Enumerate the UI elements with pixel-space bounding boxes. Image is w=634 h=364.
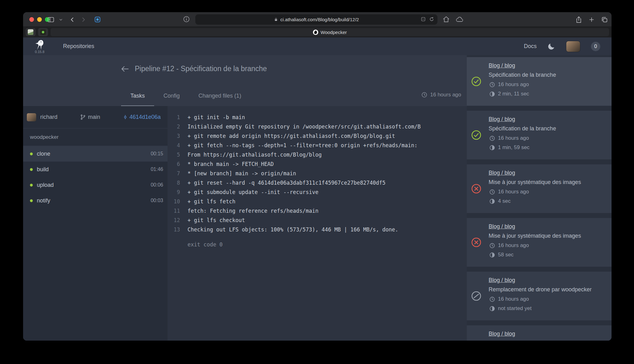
step-name: notify <box>37 197 147 204</box>
extension-icon[interactable] <box>94 16 101 23</box>
exit-code: exit code 0 <box>168 240 467 249</box>
duration-icon <box>489 306 495 312</box>
reload-icon[interactable] <box>429 17 434 22</box>
card-duration-row: 4 sec <box>489 198 607 204</box>
step-success-dot-icon <box>30 199 33 202</box>
minimize-window-button[interactable] <box>37 17 42 22</box>
repo-link[interactable]: Blog / blog <box>489 223 515 230</box>
tab-changed-files[interactable]: Changed files (1) <box>189 93 251 106</box>
dark-mode-moon-icon[interactable] <box>547 42 555 51</box>
clock-icon <box>489 296 495 302</box>
address-bar[interactable]: ci.athaliasoft.com/Blog/blog/build/12/2 <box>195 14 437 25</box>
chevron-down-icon[interactable] <box>59 18 63 22</box>
browser-toolbar: ci.athaliasoft.com/Blog/blog/build/12/2 <box>23 12 612 27</box>
card-duration-text: 58 sec <box>498 252 514 258</box>
woodpecker-logo-icon <box>34 39 46 51</box>
notification-badge[interactable]: 0 <box>591 42 600 51</box>
tab-overview-icon[interactable] <box>601 16 608 23</box>
address-bar-icons <box>421 17 434 22</box>
pipeline-card[interactable]: Blog / blog Spécification de la branche … <box>467 111 612 159</box>
log-line: 12+ git lfs checkout <box>168 216 467 225</box>
pinned-tab-2[interactable] <box>38 28 48 36</box>
window-controls <box>29 17 50 22</box>
duration-icon <box>489 198 495 204</box>
step-build[interactable]: build 01:46 <box>23 162 168 177</box>
status-success-icon <box>471 76 481 87</box>
log-line: 7* [new branch] main -> origin/main <box>168 169 467 178</box>
pipeline-card[interactable]: Blog / blog Mise à jour systématique des… <box>467 325 612 341</box>
card-duration-text: 1 min, 59 sec <box>498 144 529 151</box>
woodpecker-app: 0.15.8 Repositories Docs 0 <box>23 37 612 341</box>
repo-link[interactable]: Blog / blog <box>489 169 515 176</box>
clock-icon <box>421 92 427 98</box>
tab-tasks[interactable]: Tasks <box>121 93 154 106</box>
cloud-icon[interactable] <box>456 16 464 23</box>
workflow-group-label: woodpecker <box>23 129 168 146</box>
new-tab-icon[interactable] <box>588 17 595 23</box>
step-upload[interactable]: upload 00:06 <box>23 177 168 193</box>
step-clone[interactable]: clone 00:15 <box>23 146 168 162</box>
card-time-text: 16 hours ago <box>498 189 529 195</box>
woodpecker-logo[interactable]: 0.15.8 <box>34 39 46 54</box>
repo-link[interactable]: Blog / blog <box>489 62 515 69</box>
commit-message: Mise à jour systématique des images <box>489 340 607 341</box>
content-blocker-icon[interactable] <box>421 17 426 22</box>
toolbar-right-cluster <box>575 12 608 27</box>
card-duration-text: not started yet <box>498 305 532 312</box>
log-output[interactable]: 1+ git init -b main 2Initialized empty G… <box>168 106 467 341</box>
duration-icon <box>489 252 495 258</box>
card-duration-text: 4 sec <box>498 198 511 204</box>
lock-icon <box>274 17 278 22</box>
step-notify[interactable]: notify 00:03 <box>23 193 168 208</box>
woodpecker-favicon-icon <box>313 30 318 35</box>
pipeline-card[interactable]: Blog / blog Remplacement de drone par wo… <box>467 272 612 320</box>
pipeline-branch: main <box>80 114 100 120</box>
active-tab[interactable]: Woodpecker <box>51 28 609 36</box>
close-window-button[interactable] <box>29 17 34 22</box>
repo-link[interactable]: Blog / blog <box>489 330 515 337</box>
nav-repositories[interactable]: Repositories <box>63 43 94 50</box>
browser-window: ci.athaliasoft.com/Blog/blog/build/12/2 <box>23 12 612 341</box>
pinned-tab-1[interactable] <box>26 28 36 36</box>
step-time: 00:15 <box>151 151 163 157</box>
sidebar-toggle-icon[interactable] <box>47 17 54 23</box>
repo-link[interactable]: Blog / blog <box>489 277 515 284</box>
page-info-icon[interactable] <box>183 16 190 23</box>
author-avatar <box>27 113 36 121</box>
pipeline-card[interactable]: Blog / blog Mise à jour systématique des… <box>467 218 612 267</box>
pipeline-card[interactable]: Blog / blog Spécification de la branche … <box>467 57 612 106</box>
step-time: 01:46 <box>151 167 163 172</box>
pipeline-card[interactable]: Blog / blog Mise à jour systématique des… <box>467 164 612 213</box>
tab-config[interactable]: Config <box>154 93 189 106</box>
nav-docs[interactable]: Docs <box>524 43 537 50</box>
card-time-text: 16 hours ago <box>498 296 529 302</box>
home-icon[interactable] <box>442 16 450 23</box>
forward-icon[interactable] <box>80 17 86 23</box>
toolbar-nav-cluster <box>47 12 101 27</box>
card-time-row: 16 hours ago <box>489 135 607 141</box>
pipelines-sidebar[interactable]: Blog / blog Spécification de la branche … <box>467 55 612 341</box>
step-success-dot-icon <box>30 153 33 155</box>
card-time-text: 16 hours ago <box>498 242 529 249</box>
step-time: 00:06 <box>151 182 163 188</box>
pinned-tab-1-favicon-icon <box>28 29 33 35</box>
card-duration-row: 58 sec <box>489 252 607 258</box>
commit-link[interactable]: 4614d1e06a <box>123 114 161 120</box>
back-icon[interactable] <box>69 17 76 23</box>
branch-icon <box>80 114 86 120</box>
log-line: 1+ git init -b main <box>168 113 467 122</box>
repo-link[interactable]: Blog / blog <box>489 116 515 123</box>
url-text: ci.athaliasoft.com/Blog/blog/build/12/2 <box>280 17 359 22</box>
status-skipped-icon <box>471 291 481 301</box>
clock-icon <box>489 189 495 195</box>
duration-icon <box>489 145 495 151</box>
user-avatar[interactable] <box>566 41 580 52</box>
card-time-text: 16 hours ago <box>498 81 529 88</box>
pipeline-main-column: Pipeline #12 - Spécification de la branc… <box>23 55 467 341</box>
share-icon[interactable] <box>575 16 582 23</box>
clock-icon <box>489 243 495 249</box>
duration-icon <box>489 91 495 97</box>
commit-message: Mise à jour systématique des images <box>489 179 607 186</box>
back-arrow-icon[interactable] <box>120 65 129 73</box>
card-duration-row: 2 min, 11 sec <box>489 91 607 97</box>
